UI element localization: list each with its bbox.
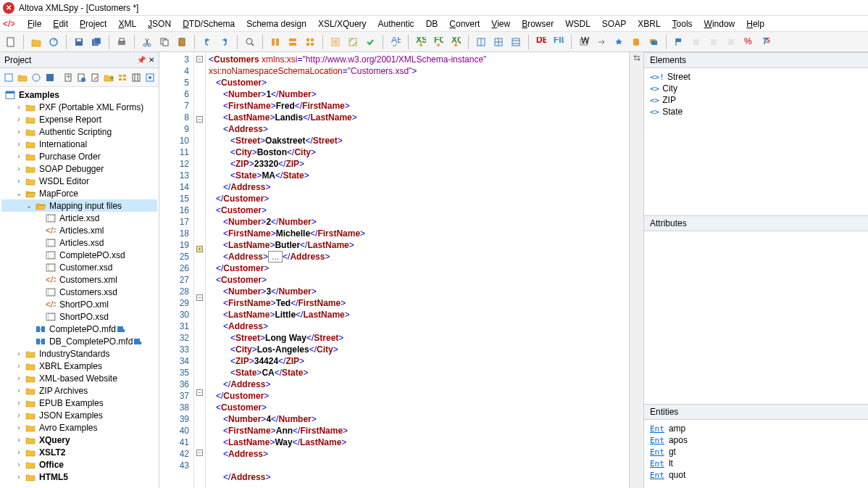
tree-item[interactable]: ›EPUB Examples [1,397,157,409]
tree-item[interactable]: ⬚Customers.xsd [1,286,157,298]
paste-button[interactable] [174,34,190,50]
element-item[interactable]: <>City [650,83,862,94]
tb-db[interactable] [628,34,644,50]
tree-item[interactable]: ›JSON Examples [1,409,157,421]
fold-toggle[interactable] [196,116,203,123]
tree-toggle[interactable]: › [14,128,23,136]
xsl-button[interactable]: XSL [413,34,429,50]
tree-item[interactable]: ›ZIP Archives [1,384,157,397]
tree-toggle[interactable]: › [14,436,23,444]
tree-toggle[interactable]: › [14,460,23,468]
tb-grid2[interactable] [491,34,506,50]
tree-item[interactable]: DB_CompletePO.mfd [1,335,157,347]
tree-item[interactable]: ›SOAP Debugger [1,162,157,175]
entity-item[interactable]: Entapos [650,434,862,446]
tree-item[interactable]: ›HTML5 [1,471,157,483]
reload-button[interactable] [46,34,62,50]
entities-list[interactable]: EntampEntaposEntgtEntltEntquot [644,420,868,488]
menu-browser[interactable]: Browser [516,17,559,30]
tree-item[interactable]: </>Articles.xml [1,224,157,236]
element-item[interactable]: <>!Street [650,71,862,83]
project-tree[interactable]: Examples ›PXF (Portable XML Forms)›Expen… [0,87,159,488]
menu-db[interactable]: DB [420,17,444,30]
xq-button[interactable]: XQ [448,34,464,50]
menu-xml[interactable]: XML [112,17,142,30]
find-button[interactable] [242,34,258,50]
flag-button[interactable] [671,34,687,50]
tree-toggle[interactable]: › [14,423,23,431]
pin-icon[interactable]: 📌 [137,56,146,64]
tb-pct[interactable]: % [740,34,756,50]
tree-item[interactable]: </>Customers.xml [1,273,157,286]
tb-bm3[interactable] [723,34,739,50]
tree-toggle[interactable]: ⌄ [14,189,23,197]
spellcheck-button[interactable]: ABC [388,34,404,50]
tb-5[interactable] [345,34,361,50]
menu-edit[interactable]: Edit [47,17,74,30]
ptb-10[interactable] [130,71,142,84]
menu-soap[interactable]: SOAP [596,17,632,30]
fo-button[interactable]: FO [430,34,446,50]
tb-grid1[interactable] [473,34,489,50]
menu-dtdschema[interactable]: DTD/Schema [177,17,241,30]
fold-column[interactable] [194,52,206,488]
fold-toggle[interactable] [196,389,203,396]
menu-json[interactable]: JSON [142,17,177,30]
fold-toggle[interactable] [196,246,203,252]
menu-schemadesign[interactable]: Schema design [241,17,312,30]
tree-item[interactable]: ›Authentic Scripting [1,125,157,138]
tree-item[interactable]: ⬚Customer.xsd [1,261,157,273]
tree-toggle[interactable]: › [14,362,23,370]
tree-item[interactable]: ⌄MapForce [1,187,157,199]
tree-toggle[interactable]: › [14,473,23,481]
tree-toggle[interactable]: › [14,386,23,394]
tb-grid3[interactable] [508,34,524,50]
tree-item[interactable]: CompletePO.mfd [1,323,157,335]
tree-toggle[interactable]: ⌄ [25,202,33,210]
menu-window[interactable]: Window [698,17,741,30]
entity-item[interactable]: Entquot [650,469,862,481]
redo-button[interactable] [217,34,233,50]
tree-toggle[interactable]: › [14,411,23,419]
tree-toggle[interactable]: › [14,115,23,123]
tree-item[interactable]: ›International [1,138,157,150]
tb-3[interactable] [302,34,318,50]
menu-project[interactable]: Project [74,17,112,30]
print-button[interactable] [114,34,130,50]
copy-button[interactable] [157,34,172,50]
tree-item[interactable]: ⬚Article.xsd [1,212,157,224]
cut-button[interactable] [139,34,155,50]
code-editor[interactable]: <Customers xmlns:xsi="http://www.w3.org/… [206,52,629,488]
tree-item[interactable]: ›Expense Report [1,113,157,125]
tree-toggle[interactable]: › [14,448,23,456]
ptb-4[interactable] [44,71,57,84]
element-item[interactable]: <>State [650,106,862,117]
tree-toggle[interactable]: › [14,399,23,407]
validate-button[interactable] [362,34,378,50]
menu-help[interactable]: Help [740,17,770,30]
tree-item[interactable]: </>ShortPO.xml [1,298,157,310]
tree-toggle[interactable]: › [14,103,23,111]
menu-file[interactable]: File [22,17,47,30]
menu-authentic[interactable]: Authentic [372,17,420,30]
tree-item[interactable]: ⬚Articles.xsd [1,236,157,249]
ptb-7[interactable] [89,71,101,84]
tree-root[interactable]: Examples [1,88,157,101]
def-button[interactable]: DEF [533,34,549,50]
menu-wsdl[interactable]: WSDL [559,17,596,30]
ptb-1[interactable] [3,71,15,84]
tb-ws[interactable]: W/AP [576,34,592,50]
ptb-6[interactable] [75,71,88,84]
tb-4[interactable] [327,34,343,50]
fold-toggle[interactable] [196,294,203,301]
element-item[interactable]: <>ZIP [650,94,862,106]
splitter[interactable] [629,52,643,488]
ptb-11[interactable] [143,71,156,84]
elements-list[interactable]: <>!Street<>City<>ZIP<>State [644,68,868,215]
entity-item[interactable]: Entlt [650,458,862,469]
open-button[interactable] [28,34,44,50]
tb-bm1[interactable] [688,34,704,50]
undo-button[interactable] [199,34,215,50]
tree-item[interactable]: ›XSLT2 [1,446,157,458]
attributes-list[interactable] [644,231,868,404]
